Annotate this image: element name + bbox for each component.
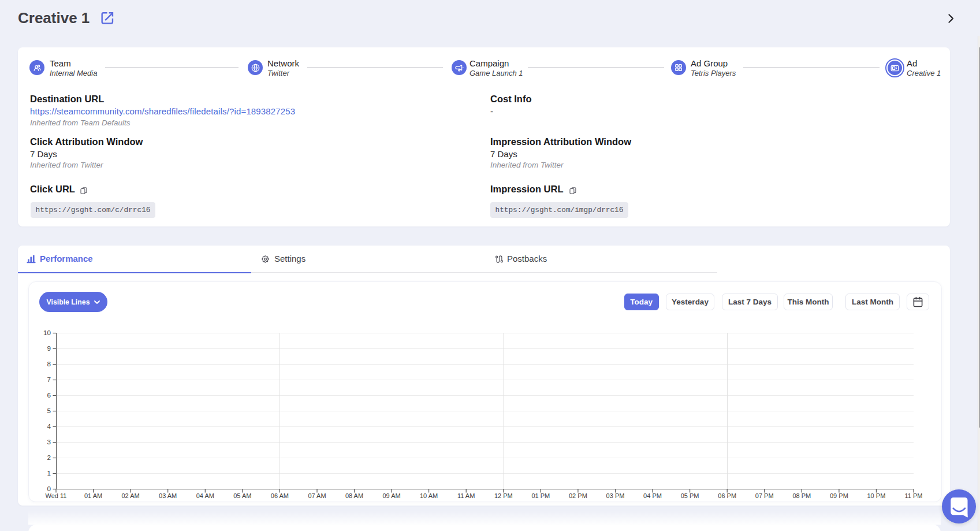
- svg-text:08 AM: 08 AM: [345, 492, 363, 499]
- svg-text:3: 3: [47, 438, 51, 445]
- svg-text:6: 6: [47, 391, 51, 399]
- svg-text:02 AM: 02 AM: [122, 492, 140, 499]
- svg-text:06 PM: 06 PM: [718, 492, 736, 499]
- svg-text:09 PM: 09 PM: [830, 492, 848, 499]
- svg-text:5: 5: [47, 407, 51, 414]
- svg-text:06 AM: 06 AM: [271, 492, 289, 499]
- svg-text:02 PM: 02 PM: [569, 492, 587, 499]
- svg-text:01 AM: 01 AM: [84, 492, 102, 499]
- svg-text:8: 8: [47, 360, 51, 367]
- svg-text:05 AM: 05 AM: [233, 492, 251, 499]
- svg-text:01 PM: 01 PM: [531, 492, 550, 499]
- svg-text:10: 10: [43, 329, 51, 336]
- svg-text:07 PM: 07 PM: [755, 492, 774, 499]
- svg-text:10 AM: 10 AM: [420, 492, 438, 499]
- svg-text:11 PM: 11 PM: [905, 492, 923, 499]
- svg-text:4: 4: [47, 422, 51, 430]
- svg-text:7: 7: [47, 376, 51, 383]
- svg-text:12 PM: 12 PM: [494, 492, 513, 499]
- svg-text:Wed 11: Wed 11: [46, 492, 67, 499]
- svg-text:10 PM: 10 PM: [867, 492, 886, 499]
- svg-text:04 PM: 04 PM: [643, 492, 662, 499]
- svg-text:03 PM: 03 PM: [606, 492, 625, 499]
- svg-text:2: 2: [47, 454, 51, 461]
- svg-text:07 AM: 07 AM: [308, 492, 326, 499]
- svg-text:11 AM: 11 AM: [457, 492, 475, 499]
- svg-text:05 PM: 05 PM: [681, 492, 699, 499]
- svg-text:09 AM: 09 AM: [383, 492, 401, 499]
- svg-text:0: 0: [47, 485, 51, 492]
- svg-text:04 AM: 04 AM: [196, 492, 214, 499]
- svg-text:03 AM: 03 AM: [159, 492, 177, 499]
- svg-text:9: 9: [47, 344, 51, 352]
- svg-text:08 PM: 08 PM: [792, 492, 811, 499]
- svg-text:1: 1: [47, 469, 51, 477]
